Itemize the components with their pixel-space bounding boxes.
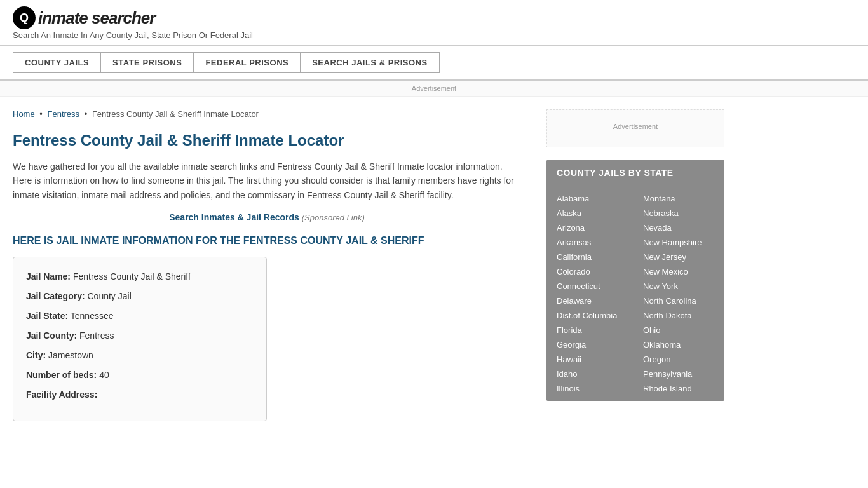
logo-icon: Q [13,6,36,29]
sidebar-ad: Advertisement [546,109,724,147]
state-link-oklahoma[interactable]: Oklahoma [635,337,722,352]
state-link-connecticut[interactable]: Connecticut [549,279,635,294]
jail-beds-value: 40 [99,370,109,380]
state-link-arizona[interactable]: Arizona [549,220,635,235]
jail-county-value: Fentress [79,330,114,341]
main-layout: Home • Fentress • Fentress County Jail &… [0,97,868,434]
state-list-box: COUNTY JAILS BY STATE AlabamaAlaskaArizo… [546,160,724,401]
sponsored-link[interactable]: Search Inmates & Jail Records [169,212,299,222]
state-link-georgia[interactable]: Georgia [549,337,635,352]
state-link-colorado[interactable]: Colorado [549,264,635,279]
ad-banner: Advertisement [0,81,868,97]
jail-state-row: Jail State: Tennessee [26,309,254,323]
state-link-ohio[interactable]: Ohio [635,323,722,337]
state-link-alabama[interactable]: Alabama [549,191,635,206]
sponsored-suffix: (Sponsored Link) [302,213,365,222]
jail-category-label: Jail Category: [26,291,85,301]
breadcrumb-sep1: • [39,109,43,119]
jail-address-label: Facility Address: [26,390,97,400]
state-link-nevada[interactable]: Nevada [635,220,722,235]
state-link-north-carolina[interactable]: North Carolina [635,294,722,308]
logo-text: inmate searcher [38,8,155,28]
jail-category-row: Jail Category: County Jail [26,290,254,303]
logo-icon-text: Q [20,11,29,25]
nav: COUNTY JAILS STATE PRISONS FEDERAL PRISO… [0,46,868,81]
state-link-delaware[interactable]: Delaware [549,294,635,308]
jail-name-label: Jail Name: [26,271,71,281]
states-right-col: MontanaNebraskaNevadaNew HampshireNew Je… [635,191,722,396]
state-list-title: COUNTY JAILS BY STATE [546,160,724,186]
state-link-alaska[interactable]: Alaska [549,206,635,220]
description: We have gathered for you all the availab… [13,159,521,202]
state-link-new-york[interactable]: New York [635,279,722,294]
state-link-pennsylvania[interactable]: Pennsylvania [635,367,722,381]
sponsored-section: Search Inmates & Jail Records (Sponsored… [13,212,521,222]
search-jails-btn[interactable]: SEARCH JAILS & PRISONS [300,52,439,73]
state-link-arkansas[interactable]: Arkansas [549,235,635,250]
logo-area: Q inmate searcher [13,6,855,29]
jail-beds-row: Number of beds: 40 [26,369,254,382]
breadcrumb-sep2: • [85,109,88,119]
state-link-new-mexico[interactable]: New Mexico [635,264,722,279]
jail-address-row: Facility Address: [26,388,254,402]
breadcrumb-home[interactable]: Home [13,109,35,119]
jail-category-value: County Jail [87,291,131,301]
logo-text-label: inmate searcher [38,8,155,27]
county-jails-btn[interactable]: COUNTY JAILS [13,52,100,73]
sidebar: Advertisement COUNTY JAILS BY STATE Alab… [534,97,724,434]
jail-county-label: Jail County: [26,330,77,341]
header: Q inmate searcher Search An Inmate In An… [0,0,868,46]
state-prisons-btn[interactable]: STATE PRISONS [100,52,193,73]
state-link-nebraska[interactable]: Nebraska [635,206,722,220]
jail-info-box: Jail Name: Fentress County Jail & Sherif… [13,257,267,421]
jail-state-value: Tennessee [71,311,114,321]
breadcrumb-current: Fentress County Jail & Sheriff Inmate Lo… [92,109,259,119]
jail-info-header: HERE IS JAIL INMATE INFORMATION FOR THE … [13,235,521,247]
jail-name-row: Jail Name: Fentress County Jail & Sherif… [26,270,254,283]
state-link-hawaii[interactable]: Hawaii [549,352,635,367]
jail-name-value: Fentress County Jail & Sheriff [73,271,191,281]
state-link-north-dakota[interactable]: North Dakota [635,308,722,323]
state-link-florida[interactable]: Florida [549,323,635,337]
state-link-montana[interactable]: Montana [635,191,722,206]
breadcrumb: Home • Fentress • Fentress County Jail &… [13,109,521,119]
state-list-grid: AlabamaAlaskaArizonaArkansasCaliforniaCo… [546,186,724,401]
state-link-oregon[interactable]: Oregon [635,352,722,367]
state-link-new-jersey[interactable]: New Jersey [635,250,722,264]
tagline: Search An Inmate In Any County Jail, Sta… [13,30,855,40]
state-link-distof-columbia[interactable]: Dist.of Columbia [549,308,635,323]
state-link-rhode-island[interactable]: Rhode Island [635,381,722,396]
jail-city-value: Jamestown [48,350,93,360]
jail-county-row: Jail County: Fentress [26,329,254,342]
states-left-col: AlabamaAlaskaArizonaArkansasCaliforniaCo… [549,191,635,396]
jail-city-row: City: Jamestown [26,349,254,362]
jail-state-label: Jail State: [26,311,68,321]
breadcrumb-fentress[interactable]: Fentress [48,109,80,119]
content-area: Home • Fentress • Fentress County Jail &… [13,97,534,434]
state-link-illinois[interactable]: Illinois [549,381,635,396]
state-link-new-hampshire[interactable]: New Hampshire [635,235,722,250]
state-link-california[interactable]: California [549,250,635,264]
page-title: Fentress County Jail & Sheriff Inmate Lo… [13,132,521,149]
federal-prisons-btn[interactable]: FEDERAL PRISONS [193,52,300,73]
state-link-idaho[interactable]: Idaho [549,367,635,381]
jail-city-label: City: [26,350,46,360]
jail-beds-label: Number of beds: [26,370,97,380]
